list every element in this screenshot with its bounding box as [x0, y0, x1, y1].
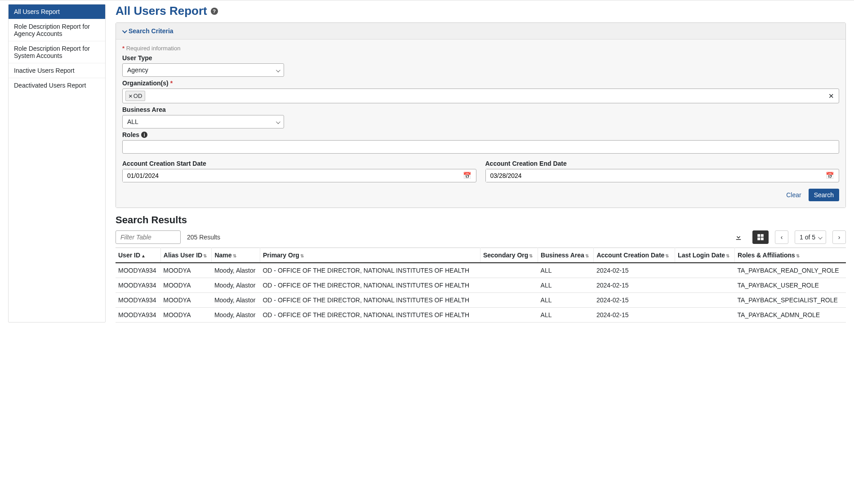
business-area-select[interactable]: ALL: [122, 115, 284, 128]
page-title-text: All Users Report: [116, 4, 207, 18]
org-tag[interactable]: × OD: [125, 91, 145, 101]
col-secondary-org[interactable]: Secondary Org⇅: [480, 248, 538, 263]
cell-secondary-org: [480, 263, 538, 278]
calendar-icon[interactable]: 📅: [463, 172, 471, 180]
col-last-login[interactable]: Last Login Date⇅: [675, 248, 735, 263]
start-date-field[interactable]: [123, 169, 463, 182]
cell-user-id: MOODYA934: [116, 308, 160, 323]
label-user-type: User Type: [122, 54, 839, 62]
results-title: Search Results: [116, 214, 846, 226]
col-creation-date[interactable]: Account Creation Date⇅: [594, 248, 675, 263]
col-name[interactable]: Name⇅: [212, 248, 260, 263]
col-alias[interactable]: Alias User ID⇅: [160, 248, 212, 263]
sidebar-item-role-system[interactable]: Role Description Report for System Accou…: [9, 41, 105, 63]
cell-creation-date: 2024-02-15: [594, 263, 675, 278]
start-date-input[interactable]: 📅: [122, 169, 476, 182]
table-row: MOODYA934MOODYAMoody, AlastorOD - OFFICE…: [116, 278, 846, 293]
cell-alias: MOODYA: [160, 308, 212, 323]
page-select[interactable]: 1 of 5: [795, 230, 826, 244]
calendar-icon[interactable]: 📅: [826, 172, 834, 180]
cell-primary-org: OD - OFFICE OF THE DIRECTOR, NATIONAL IN…: [260, 263, 480, 278]
cell-creation-date: 2024-02-15: [594, 293, 675, 308]
label-end-date: Account Creation End Date: [485, 160, 840, 167]
cell-name: Moody, Alastor: [212, 308, 260, 323]
search-criteria-panel: Search Criteria * Required information U…: [116, 22, 846, 208]
help-icon[interactable]: ?: [211, 8, 218, 15]
panel-header-label: Search Criteria: [129, 27, 173, 35]
cell-alias: MOODYA: [160, 293, 212, 308]
search-button[interactable]: Search: [809, 189, 839, 201]
cell-user-id: MOODYA934: [116, 278, 160, 293]
cell-name: Moody, Alastor: [212, 293, 260, 308]
asterisk-icon: *: [122, 45, 125, 52]
sort-icon: ⇅: [529, 253, 533, 258]
cell-alias: MOODYA: [160, 278, 212, 293]
end-date-input[interactable]: 📅: [485, 169, 840, 182]
sidebar-item-deactivated[interactable]: Deactivated Users Report: [9, 78, 105, 93]
cell-user-id: MOODYA934: [116, 263, 160, 278]
chevron-down-icon: [276, 66, 279, 74]
cell-business-area: ALL: [538, 308, 594, 323]
user-type-select[interactable]: Agency: [122, 63, 284, 77]
info-icon[interactable]: i: [141, 132, 147, 138]
cell-last-login: [675, 293, 735, 308]
chevron-down-icon: [122, 27, 126, 35]
panel-header-toggle[interactable]: Search Criteria: [116, 23, 845, 40]
table-row: MOODYA934MOODYAMoody, AlastorOD - OFFICE…: [116, 263, 846, 278]
results-table: User ID Alias User ID⇅ Name⇅ Primary Org…: [116, 248, 846, 323]
sort-asc-icon: [140, 252, 146, 259]
results-count: 205 Results: [187, 234, 220, 241]
label-start-date: Account Creation Start Date: [122, 160, 476, 167]
cell-last-login: [675, 263, 735, 278]
filter-input[interactable]: [116, 230, 181, 244]
cell-user-id: MOODYA934: [116, 293, 160, 308]
col-primary-org[interactable]: Primary Org⇅: [260, 248, 480, 263]
cell-last-login: [675, 278, 735, 293]
sort-icon: ⇅: [203, 253, 207, 258]
cell-roles: TA_PAYBACK_USER_ROLE: [735, 278, 846, 293]
sort-icon: ⇅: [726, 253, 729, 258]
sort-icon: ⇅: [300, 253, 304, 258]
cell-primary-org: OD - OFFICE OF THE DIRECTOR, NATIONAL IN…: [260, 293, 480, 308]
roles-input[interactable]: [122, 140, 839, 154]
sidebar-item-role-agency[interactable]: Role Description Report for Agency Accou…: [9, 19, 105, 41]
sidebar-item-all-users[interactable]: All Users Report: [9, 4, 105, 19]
cell-business-area: ALL: [538, 263, 594, 278]
clear-button[interactable]: Clear: [783, 189, 804, 201]
remove-tag-icon[interactable]: ×: [129, 92, 133, 100]
cell-name: Moody, Alastor: [212, 263, 260, 278]
label-business-area: Business Area: [122, 106, 839, 113]
chevron-down-icon: [276, 118, 279, 125]
clear-all-icon[interactable]: ✕: [828, 92, 834, 100]
sort-icon: ⇅: [233, 253, 236, 258]
cell-secondary-org: [480, 308, 538, 323]
cell-business-area: ALL: [538, 278, 594, 293]
download-icon[interactable]: [731, 230, 746, 244]
col-user-id[interactable]: User ID: [116, 248, 160, 263]
col-business-area[interactable]: Business Area⇅: [538, 248, 594, 263]
cell-business-area: ALL: [538, 293, 594, 308]
label-roles: Roles i: [122, 131, 839, 138]
cell-secondary-org: [480, 293, 538, 308]
cell-primary-org: OD - OFFICE OF THE DIRECTOR, NATIONAL IN…: [260, 278, 480, 293]
sidebar-item-inactive[interactable]: Inactive Users Report: [9, 63, 105, 78]
cell-roles: TA_PAYBACK_SPECIALIST_ROLE: [735, 293, 846, 308]
table-row: MOODYA934MOODYAMoody, AlastorOD - OFFICE…: [116, 308, 846, 323]
sort-icon: ⇅: [796, 253, 800, 258]
cell-alias: MOODYA: [160, 263, 212, 278]
end-date-field[interactable]: [486, 169, 826, 182]
cell-secondary-org: [480, 278, 538, 293]
prev-page-button[interactable]: ‹: [775, 230, 788, 244]
col-roles[interactable]: Roles & Affiliations⇅: [735, 248, 846, 263]
table-row: MOODYA934MOODYAMoody, AlastorOD - OFFICE…: [116, 293, 846, 308]
next-page-button[interactable]: ›: [832, 230, 846, 244]
cell-roles: TA_PAYBACK_ADMN_ROLE: [735, 308, 846, 323]
sort-icon: ⇅: [585, 253, 589, 258]
cell-primary-org: OD - OFFICE OF THE DIRECTOR, NATIONAL IN…: [260, 308, 480, 323]
organizations-input[interactable]: × OD ✕: [122, 88, 839, 103]
sidebar-nav: All Users Report Role Description Report…: [8, 4, 106, 323]
cell-creation-date: 2024-02-15: [594, 278, 675, 293]
cell-last-login: [675, 308, 735, 323]
grid-view-icon[interactable]: [752, 230, 769, 244]
asterisk-icon: *: [170, 80, 173, 87]
